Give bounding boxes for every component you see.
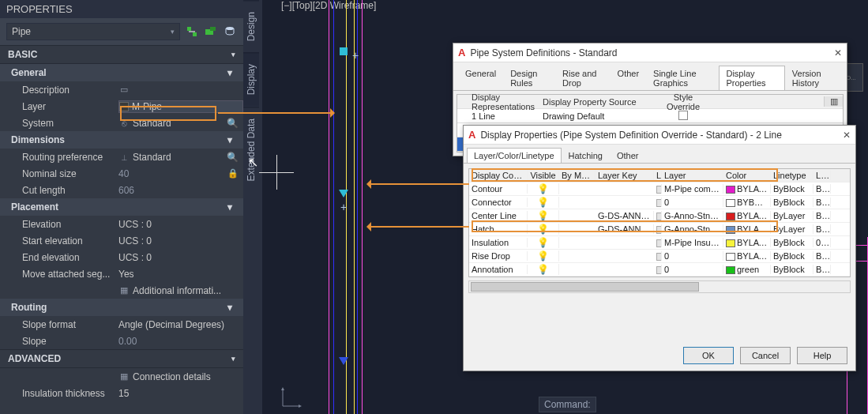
tab-display-properties[interactable]: Display Properties — [719, 66, 784, 90]
connection-details-button[interactable]: ▦Connection details — [118, 371, 243, 382]
general-header[interactable]: General▾ — [0, 64, 243, 81]
start-elev-value[interactable]: UCS : 0 — [118, 235, 243, 247]
row-routing-pref: Routing preference ⟂Standard🔍 — [0, 149, 243, 165]
display-component-row[interactable]: Contour💡M-Pipe compo...BYLAYERByBlockBy.… — [469, 183, 850, 196]
lock-icon[interactable]: 🔒 — [227, 168, 239, 179]
dialog-display-properties: A Display Properties (Pipe System Defini… — [463, 125, 856, 371]
bulb-on-icon[interactable]: 💡 — [537, 183, 549, 194]
quick-select-icon[interactable] — [185, 24, 199, 39]
end-elev-value[interactable]: UCS : 0 — [118, 252, 243, 263]
display-component-row[interactable]: Connector💡0BYBLOCKByBlockBy... — [469, 196, 850, 209]
search-icon[interactable]: 🔍 — [227, 118, 239, 129]
bulb-off-icon[interactable]: 💡 — [537, 250, 549, 262]
slope-value[interactable]: 0.00 — [118, 336, 243, 347]
tab-version-history[interactable]: Version History — [785, 66, 842, 90]
properties-panel: PROPERTIES Pipe BASIC▾ General▾ Descript… — [0, 0, 243, 414]
svg-point-4 — [226, 27, 234, 30]
grip-square[interactable] — [340, 47, 348, 55]
bulb-on-icon[interactable]: 💡 — [537, 237, 549, 248]
close-icon[interactable]: ✕ — [834, 47, 842, 58]
dialog1-tabs: GeneralDesign RulesRise and DropOtherSin… — [453, 62, 847, 91]
tab-general[interactable]: General — [458, 66, 503, 90]
display-component-row[interactable]: Annotation💡0greenByBlockBy... — [469, 263, 850, 277]
ucs-icon — [280, 387, 302, 409]
close-icon[interactable]: ✕ — [843, 130, 851, 141]
grip-plus-icon[interactable]: + — [340, 201, 347, 213]
grip-tri-down[interactable] — [339, 190, 348, 198]
object-type-value: Pipe — [12, 26, 31, 37]
color-swatch — [726, 213, 735, 220]
color-swatch — [726, 266, 735, 274]
tab-layer-color-linetype[interactable]: Layer/Color/Linetype — [467, 148, 562, 163]
basic-header[interactable]: BASIC▾ — [0, 45, 243, 64]
routing-pref-value[interactable]: ⟂Standard🔍 — [118, 152, 243, 163]
tab-other[interactable]: Other — [610, 148, 646, 163]
additional-info-button[interactable]: ▦Additional informati... — [118, 285, 243, 296]
dialog2-titlebar[interactable]: A Display Properties (Pipe System Defini… — [464, 126, 855, 145]
layer-icon[interactable] — [656, 239, 662, 247]
display-rep-row[interactable]: 1 LineDrawing Default — [457, 109, 843, 123]
pipe-icon: ⟂ — [118, 152, 130, 162]
tab-design-rules[interactable]: Design Rules — [503, 66, 555, 90]
routing-header[interactable]: Routing▾ — [0, 299, 243, 316]
display-component-row[interactable]: Rise Drop💡0BYLAYERByBlockBy... — [469, 250, 850, 263]
search-icon[interactable]: 🔍 — [227, 152, 239, 163]
layer-icon[interactable] — [656, 199, 662, 207]
grid-header: Display Representations Display Property… — [457, 95, 843, 109]
object-data-icon[interactable] — [223, 24, 237, 39]
override-checkbox[interactable] — [678, 111, 688, 120]
tab-other[interactable]: Other — [611, 66, 647, 90]
layer-icon[interactable] — [656, 266, 662, 274]
cancel-button[interactable]: Cancel — [740, 347, 791, 364]
tab-design[interactable]: Design — [243, 0, 259, 52]
tab-display[interactable]: Display — [243, 52, 259, 106]
layer-icon[interactable] — [656, 186, 662, 194]
select-similar-icon[interactable] — [204, 24, 218, 39]
side-tabs: Design Display Extended Data — [243, 0, 262, 414]
nominal-size-value[interactable]: 40🔒 — [118, 168, 243, 179]
elevation-value[interactable]: UCS : 0 — [118, 219, 243, 230]
grid-icon: ▦ — [118, 371, 130, 382]
layer-icon[interactable] — [656, 253, 662, 261]
grip-tri-down-blue[interactable] — [339, 357, 348, 365]
annotation-highlight-layer — [120, 106, 216, 121]
advanced-header[interactable]: ADVANCED▾ — [0, 349, 243, 368]
collapse-icon: ▾ — [231, 355, 235, 363]
dialog1-titlebar[interactable]: A Pipe System Definitions - Standard ✕ — [453, 43, 847, 62]
edit-override-icon[interactable]: ▥ — [824, 96, 843, 107]
collapse-icon: ▾ — [227, 67, 232, 78]
row-cut-length: Cut length 606 — [0, 182, 243, 198]
grip-plus-icon[interactable]: + — [352, 49, 359, 62]
insulation-thickness-value[interactable]: 15 — [118, 388, 243, 399]
layer-icon[interactable] — [656, 213, 662, 220]
scrollbar-thumb[interactable] — [471, 282, 699, 292]
grid-icon: ▦ — [118, 285, 130, 295]
pipe-outer-right — [362, 0, 363, 414]
display-component-row[interactable]: Insulation💡M-Pipe Insulati...BYLAYERByBl… — [469, 236, 850, 250]
ok-button[interactable]: OK — [683, 347, 734, 364]
tab-extended-data[interactable]: Extended Data — [243, 107, 259, 192]
dimensions-header[interactable]: Dimensions▾ — [0, 131, 243, 149]
bulb-off-icon[interactable]: 💡 — [537, 210, 549, 221]
annotation-arrow — [218, 112, 332, 114]
tab-single-line-graphics[interactable]: Single Line Graphics — [646, 66, 719, 90]
move-seg-value[interactable]: Yes — [118, 269, 243, 280]
annotation-arrow — [370, 183, 469, 185]
annotation-highlight-insulation — [472, 220, 778, 232]
cut-length-value[interactable]: 606 — [118, 185, 243, 196]
slope-format-value[interactable]: Angle (Decimal Degrees) — [118, 319, 243, 330]
dialog2-tabs: Layer/Color/LinetypeHatchingOther — [464, 146, 855, 164]
command-line[interactable]: Command: — [539, 397, 596, 412]
tab-rise-and-drop[interactable]: Rise and Drop — [555, 66, 611, 90]
bulb-off-icon[interactable]: 💡 — [537, 197, 549, 208]
help-button[interactable]: Help — [797, 347, 847, 364]
description-value[interactable]: ▭ — [118, 85, 243, 95]
horizontal-scrollbar[interactable] — [468, 280, 851, 293]
properties-title: PROPERTIES — [0, 0, 243, 18]
pipe-inner-right — [357, 0, 358, 414]
placement-header[interactable]: Placement▾ — [0, 198, 243, 216]
bulb-on-icon[interactable]: 💡 — [537, 264, 549, 275]
object-type-dropdown[interactable]: Pipe — [6, 23, 180, 40]
dialog2-title-text: Display Properties (Pipe System Definiti… — [480, 130, 782, 141]
tab-hatching[interactable]: Hatching — [562, 148, 610, 163]
